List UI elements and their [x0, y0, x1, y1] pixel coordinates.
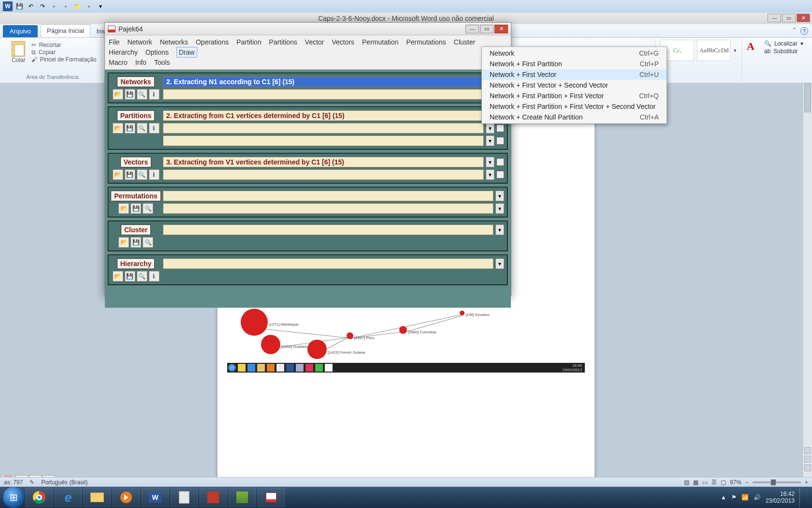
- undo-icon[interactable]: ↶: [26, 1, 36, 11]
- maximize-button[interactable]: ▭: [782, 14, 796, 22]
- permutations-field-2[interactable]: [163, 203, 493, 214]
- qat-icon[interactable]: ▫: [49, 1, 59, 11]
- taskbar-chrome[interactable]: [26, 488, 53, 507]
- status-language[interactable]: Português (Brasil): [41, 479, 87, 486]
- show-desktop-button[interactable]: [799, 488, 804, 507]
- minimize-button[interactable]: —: [768, 14, 781, 22]
- info-icon[interactable]: ℹ: [149, 271, 160, 282]
- checkbox[interactable]: [496, 171, 504, 179]
- menu-permutation[interactable]: Permutation: [362, 37, 398, 47]
- qat-icon[interactable]: ▫: [61, 1, 71, 11]
- save-icon[interactable]: 💾: [130, 237, 141, 248]
- redo-icon[interactable]: ↷: [38, 1, 47, 11]
- dropdown-icon[interactable]: ▼: [495, 191, 504, 201]
- copy-button[interactable]: ⧉Copiar: [31, 49, 97, 56]
- view-icon[interactable]: 🔍: [137, 271, 147, 282]
- start-button[interactable]: ⊞: [3, 487, 24, 508]
- view-button[interactable]: ▦: [693, 479, 698, 486]
- draw-mi-network-partition-vector[interactable]: Network + First Partition + First Vector…: [482, 90, 667, 101]
- partitions-field-1[interactable]: 2. Extracting from C1 vertices determine…: [163, 110, 504, 121]
- dropdown-icon[interactable]: ▼: [495, 224, 504, 235]
- dropdown-icon[interactable]: ▼: [486, 157, 494, 167]
- menu-draw[interactable]: Draw: [176, 47, 197, 58]
- open-icon[interactable]: 📂: [113, 123, 123, 134]
- tray-network-icon[interactable]: 📶: [741, 494, 749, 501]
- zoom-slider[interactable]: [753, 481, 801, 483]
- style-swatch-2[interactable]: AaBbCcDd: [697, 40, 731, 61]
- view-button[interactable]: ☰: [711, 479, 717, 486]
- taskbar-app[interactable]: [200, 488, 227, 507]
- taskbar-explorer[interactable]: [84, 488, 111, 507]
- dropdown-icon[interactable]: ▼: [486, 123, 494, 134]
- info-icon[interactable]: ℹ: [149, 169, 160, 180]
- menu-tools[interactable]: Tools: [154, 58, 170, 67]
- taskbar-ie[interactable]: e: [55, 488, 82, 507]
- qat-folder-icon[interactable]: 📁: [72, 1, 82, 11]
- zoom-in-button[interactable]: +: [805, 479, 808, 486]
- open-icon[interactable]: 📂: [118, 203, 129, 214]
- menu-info[interactable]: Info: [135, 58, 146, 67]
- networks-field-1[interactable]: 2. Extracting N1 according to C1 [6] (15…: [163, 76, 504, 87]
- styles-more-icon[interactable]: ▾: [734, 47, 737, 54]
- qat-dropdown-icon[interactable]: ▾: [96, 1, 105, 11]
- ribbon-collapse-icon[interactable]: ˆ: [793, 27, 796, 35]
- view-icon[interactable]: 🔍: [143, 203, 153, 214]
- taskbar-media[interactable]: [113, 488, 140, 507]
- view-icon[interactable]: 🔍: [137, 123, 147, 134]
- taskbar-clock[interactable]: 16:42 23/02/2013: [766, 491, 795, 505]
- zoom-out-button[interactable]: −: [745, 479, 749, 486]
- partitions-field-2[interactable]: [163, 123, 484, 134]
- pajek-close-button[interactable]: ✕: [494, 25, 508, 33]
- menu-file[interactable]: File: [109, 37, 120, 47]
- info-icon[interactable]: ℹ: [149, 89, 160, 100]
- permutations-field-1[interactable]: [163, 191, 493, 201]
- tab-home[interactable]: Página Inicial: [41, 24, 90, 37]
- dropdown-icon[interactable]: ▼: [486, 169, 494, 180]
- open-icon[interactable]: 📂: [113, 271, 123, 282]
- taskbar-app[interactable]: [229, 488, 256, 507]
- cut-button[interactable]: ✂Recortar: [31, 42, 97, 48]
- save-icon[interactable]: 💾: [125, 271, 135, 282]
- view-button[interactable]: ▢: [721, 479, 726, 486]
- menu-network[interactable]: Network: [127, 37, 152, 47]
- find-button[interactable]: 🔍 Localizar ▾: [764, 40, 803, 47]
- menu-vector[interactable]: Vector: [305, 37, 324, 47]
- view-button[interactable]: ▭: [702, 479, 708, 486]
- save-icon[interactable]: 💾: [130, 203, 141, 214]
- dropdown-icon[interactable]: ▼: [486, 135, 494, 146]
- menu-permutations[interactable]: Permutations: [406, 37, 446, 47]
- view-icon[interactable]: 🔍: [137, 169, 147, 180]
- menu-macro[interactable]: Macro: [109, 58, 128, 67]
- menu-networks[interactable]: Networks: [160, 37, 188, 47]
- draw-mi-network-partition-vector2[interactable]: Network + First Partition + First Vector…: [482, 101, 667, 112]
- menu-options[interactable]: Options: [145, 47, 169, 57]
- vectors-field-2[interactable]: [163, 169, 484, 180]
- taskbar-calc[interactable]: [171, 488, 198, 507]
- save-icon[interactable]: 💾: [125, 169, 135, 180]
- vertical-scrollbar[interactable]: [803, 83, 812, 477]
- networks-field-2[interactable]: [163, 89, 504, 100]
- info-icon[interactable]: ℹ: [149, 123, 160, 134]
- menu-hierarchy[interactable]: Hierarchy: [109, 47, 138, 57]
- draw-mi-network-partition[interactable]: Network + First PartitionCtrl+P: [482, 59, 667, 69]
- draw-mi-network-vector2[interactable]: Network + First Vector + Second Vector: [482, 80, 667, 90]
- draw-mi-network-vector[interactable]: Network + First VectorCtrl+U: [482, 69, 667, 80]
- dropdown-icon[interactable]: ▼: [495, 258, 504, 269]
- scrollbar-button[interactable]: [804, 464, 811, 471]
- dropdown-icon[interactable]: ▼: [495, 203, 504, 214]
- checkbox[interactable]: [496, 158, 504, 166]
- open-icon[interactable]: 📂: [113, 89, 123, 100]
- menu-vectors[interactable]: Vectors: [332, 37, 354, 47]
- hierarchy-field-1[interactable]: [163, 258, 493, 269]
- scrollbar-button[interactable]: [804, 456, 811, 463]
- save-icon[interactable]: 💾: [14, 1, 24, 11]
- scrollbar-thumb[interactable]: [804, 83, 811, 112]
- draw-mi-network[interactable]: NetworkCtrl+G: [482, 48, 667, 59]
- help-icon[interactable]: ?: [800, 27, 808, 35]
- close-button[interactable]: ✕: [797, 14, 810, 22]
- open-icon[interactable]: 📂: [113, 169, 123, 180]
- pajek-maximize-button[interactable]: ▭: [480, 25, 493, 33]
- checkbox[interactable]: [496, 124, 504, 132]
- menu-partition[interactable]: Partition: [236, 37, 261, 47]
- tray-up-icon[interactable]: ▲: [721, 494, 726, 501]
